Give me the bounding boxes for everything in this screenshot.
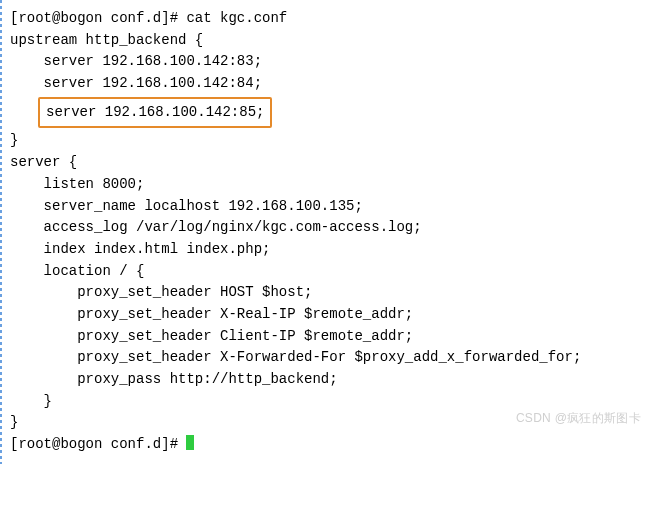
config-line: upstream http_backend { [10, 30, 641, 52]
terminal-cursor-icon [186, 435, 194, 450]
shell-command: cat kgc.conf [186, 10, 287, 26]
config-line: server 192.168.100.142:83; [10, 51, 641, 73]
config-line: index index.html index.php; [10, 239, 641, 261]
config-line: proxy_set_header X-Forwarded-For $proxy_… [10, 347, 641, 369]
shell-prompt: [root@bogon conf.d]# [10, 436, 186, 452]
config-line: proxy_pass http://http_backend; [10, 369, 641, 391]
config-line: access_log /var/log/nginx/kgc.com-access… [10, 217, 641, 239]
config-line: server { [10, 152, 641, 174]
config-line: server_name localhost 192.168.100.135; [10, 196, 641, 218]
config-line: proxy_set_header HOST $host; [10, 282, 641, 304]
config-line: server 192.168.100.142:84; [10, 73, 641, 95]
config-line: } [10, 130, 641, 152]
shell-line: [root@bogon conf.d]# cat kgc.conf [10, 8, 641, 30]
shell-line[interactable]: [root@bogon conf.d]# [10, 434, 641, 456]
config-line: proxy_set_header Client-IP $remote_addr; [10, 326, 641, 348]
config-line: location / { [10, 261, 641, 283]
shell-prompt: [root@bogon conf.d]# [10, 10, 186, 26]
config-line: proxy_set_header X-Real-IP $remote_addr; [10, 304, 641, 326]
watermark: CSDN @疯狂的斯图卡 [516, 409, 641, 428]
terminal-output: [root@bogon conf.d]# cat kgc.conf upstre… [10, 8, 641, 456]
highlighted-server-line: server 192.168.100.142:85; [38, 97, 272, 129]
config-line: listen 8000; [10, 174, 641, 196]
